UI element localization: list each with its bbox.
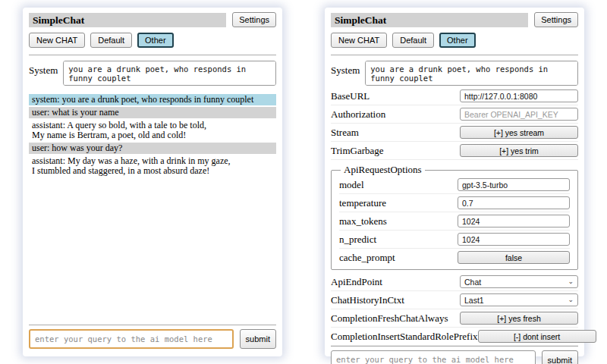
setting-row-completion-fresh: CompletionFreshChatAlways [+] yes fresh: [331, 309, 578, 328]
api-request-options-fieldset: ApiRequestOptions model temperature max_…: [331, 164, 578, 270]
setting-row-baseurl: BaseURL: [331, 87, 578, 105]
system-prompt-input[interactable]: you are a drunk poet, who responds in fu…: [63, 61, 276, 86]
completion-insert-label: CompletionInsertStandardRolePrefix: [331, 331, 478, 343]
setting-row-max-tokens: max_tokens: [339, 212, 570, 231]
cache-prompt-label: cache_prompt: [339, 252, 395, 264]
tab-other[interactable]: Other: [137, 33, 174, 48]
api-endpoint-label: ApiEndPoint: [331, 276, 382, 288]
tab-default[interactable]: Default: [90, 33, 132, 48]
trimgarbage-toggle-button[interactable]: [+] yes trim: [460, 144, 578, 157]
stream-label: Stream: [331, 127, 359, 139]
stream-toggle-button[interactable]: [+] yes stream: [460, 126, 578, 139]
settings-panel: SimpleChat Settings New CHAT Default Oth…: [325, 8, 584, 356]
chat-message-user: user: what is your name: [29, 107, 276, 118]
app-title: SimpleChat: [331, 13, 528, 27]
api-endpoint-value: Chat: [464, 278, 481, 287]
system-prompt-row: System you are a drunk poet, who respond…: [331, 61, 578, 86]
settings-list: BaseURL Authorization Stream [+] yes str…: [331, 87, 578, 346]
tab-new-chat[interactable]: New CHAT: [331, 33, 387, 48]
n-predict-label: n_predict: [339, 234, 376, 246]
authorization-input[interactable]: [460, 108, 578, 121]
divider: [331, 346, 578, 347]
n-predict-input[interactable]: [458, 233, 570, 246]
divider: [29, 55, 276, 55]
chevron-down-icon: ⌄: [568, 297, 574, 303]
system-label: System: [331, 61, 360, 77]
chat-message-assistant: assistant: A query so bold, with a tale …: [29, 120, 276, 141]
max-tokens-input[interactable]: [458, 215, 570, 228]
setting-row-n-predict: n_predict: [339, 231, 570, 249]
setting-row-temperature: temperature: [339, 194, 570, 212]
tab-default[interactable]: Default: [392, 33, 434, 48]
spacer: [29, 178, 276, 325]
setting-row-model: model: [339, 176, 570, 194]
query-row: submit: [331, 350, 578, 364]
chevron-down-icon: ⌄: [568, 278, 574, 285]
session-tabs: New CHAT Default Other: [29, 33, 276, 48]
system-label: System: [29, 61, 58, 77]
setting-row-chat-history: ChatHistoryInCtxt Last1 ⌄: [331, 291, 578, 309]
query-row: submit: [29, 329, 276, 349]
header: SimpleChat Settings: [331, 12, 578, 27]
api-request-options-legend: ApiRequestOptions: [341, 164, 425, 176]
chat-panel: SimpleChat Settings New CHAT Default Oth…: [23, 8, 282, 356]
trimgarbage-label: TrimGarbage: [331, 145, 384, 157]
authorization-label: Authorization: [331, 108, 385, 121]
completion-insert-toggle-button[interactable]: [-] dont insert: [478, 330, 596, 343]
setting-row-authorization: Authorization: [331, 105, 578, 124]
app-title: SimpleChat: [29, 13, 226, 27]
completion-fresh-toggle-button[interactable]: [+] yes fresh: [460, 312, 578, 325]
settings-button[interactable]: Settings: [232, 12, 276, 27]
max-tokens-label: max_tokens: [339, 215, 387, 228]
system-prompt-row: System you are a drunk poet, who respond…: [29, 61, 276, 86]
setting-row-completion-insert: CompletionInsertStandardRolePrefix [-] d…: [331, 328, 578, 346]
session-tabs: New CHAT Default Other: [331, 33, 578, 48]
submit-button[interactable]: submit: [240, 329, 276, 349]
header: SimpleChat Settings: [29, 12, 276, 27]
completion-fresh-label: CompletionFreshChatAlways: [331, 312, 448, 325]
system-prompt-input[interactable]: you are a drunk poet, who responds in fu…: [365, 61, 578, 86]
temperature-input[interactable]: [458, 196, 570, 209]
baseurl-input[interactable]: [460, 89, 578, 102]
setting-row-trimgarbage: TrimGarbage [+] yes trim: [331, 142, 578, 160]
chat-messages: system: you are a drunk poet, who respon…: [29, 94, 276, 178]
divider: [29, 325, 276, 325]
chat-message-system: system: you are a drunk poet, who respon…: [29, 94, 276, 105]
chat-history-value: Last1: [464, 296, 484, 305]
query-input[interactable]: [331, 350, 536, 364]
setting-row-cache-prompt: cache_prompt false: [339, 249, 570, 266]
tab-other[interactable]: Other: [439, 33, 476, 48]
chat-history-select[interactable]: Last1 ⌄: [460, 293, 578, 306]
temperature-label: temperature: [339, 197, 386, 209]
setting-row-api-endpoint: ApiEndPoint Chat ⌄: [331, 273, 578, 291]
model-input[interactable]: [458, 178, 570, 191]
baseurl-label: BaseURL: [331, 90, 370, 102]
chat-message-assistant: assistant: My day was a haze, with a dri…: [29, 155, 276, 177]
setting-row-stream: Stream [+] yes stream: [331, 124, 578, 142]
tab-new-chat[interactable]: New CHAT: [29, 33, 85, 48]
api-endpoint-select[interactable]: Chat ⌄: [460, 275, 578, 288]
model-label: model: [339, 179, 364, 191]
divider: [331, 55, 578, 55]
chat-history-label: ChatHistoryInCtxt: [331, 294, 404, 306]
query-input[interactable]: [29, 329, 234, 349]
submit-button[interactable]: submit: [542, 350, 578, 364]
chat-message-user: user: how was your day?: [29, 143, 276, 154]
cache-prompt-toggle-button[interactable]: false: [458, 251, 570, 264]
settings-button[interactable]: Settings: [534, 12, 578, 27]
